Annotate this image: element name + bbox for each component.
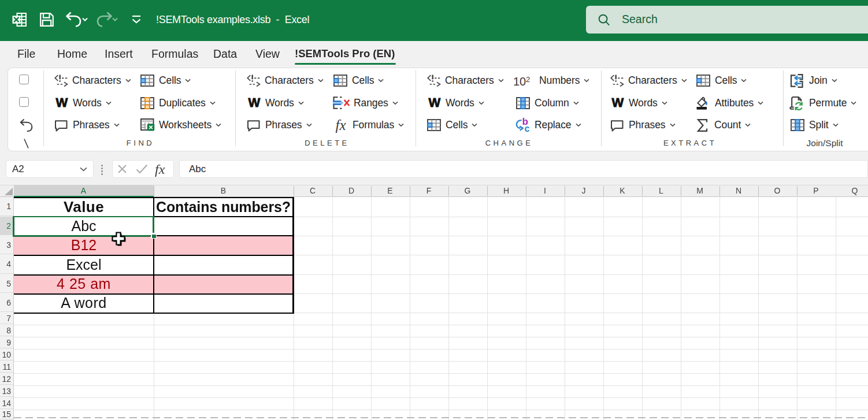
svg-text:c: c <box>525 124 530 133</box>
